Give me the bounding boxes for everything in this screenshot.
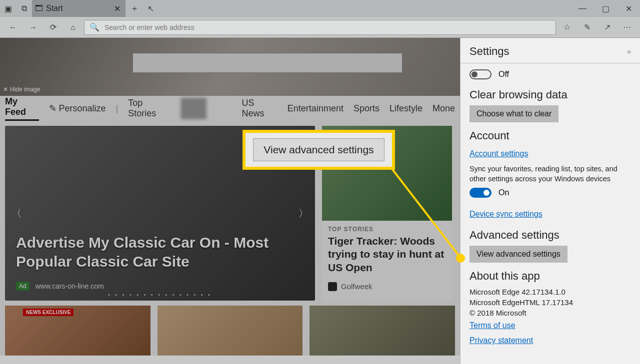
article-title: Tiger Tracker: Woods trying to stay in h… — [322, 235, 452, 274]
tab-personalize[interactable]: ✎ Personalize — [49, 103, 106, 114]
carousel-dots[interactable]: • • • • • • • • • • • • • • • — [108, 292, 212, 298]
device-sync-link[interactable]: Device sync settings — [470, 210, 542, 219]
tab-redacted: ████ ████ — [181, 98, 232, 119]
view-advanced-button[interactable]: View advanced settings — [470, 246, 568, 263]
annotation-label: View advanced settings — [253, 138, 384, 161]
address-bar[interactable]: 🔍 — [84, 20, 556, 35]
browser-tab[interactable]: 🗔 Start ✕ — [32, 0, 126, 17]
sync-description: Sync your favorites, reading list, top s… — [470, 164, 631, 184]
about-version: Microsoft Edge 42.17134.1.0 — [470, 287, 631, 297]
window-maximize-button[interactable]: ▢ — [594, 0, 617, 17]
tab-favicon-icon: 🗔 — [35, 4, 43, 13]
article-thumbnail[interactable]: NEWS EXCLUSIVE — [5, 306, 150, 356]
window-close-button[interactable]: ✕ — [617, 0, 640, 17]
tab-close-icon[interactable]: ✕ — [114, 4, 120, 13]
window-aside-icon[interactable]: ⧉ — [16, 0, 32, 17]
settings-pane: Settings ⟐ Off Clear browsing data Choos… — [460, 38, 640, 364]
carousel-next-icon[interactable]: 〉 — [294, 203, 312, 224]
tab-money[interactable]: Mone — [432, 103, 455, 114]
article-source: www.cars-on-line.com — [36, 282, 104, 290]
hero-banner: ✕ Hide image — [0, 38, 460, 96]
window-minimize-button[interactable]: — — [571, 0, 594, 17]
article-category: TOP STORIES — [322, 221, 452, 235]
choose-clear-button[interactable]: Choose what to clear — [470, 105, 558, 122]
about-engine: Microsoft EdgeHTML 17.17134 — [470, 297, 631, 308]
sync-toggle[interactable] — [470, 188, 492, 198]
hide-image-label: Hide image — [10, 86, 40, 93]
article-source: Golfweek — [341, 282, 372, 291]
clear-data-heading: Clear browsing data — [470, 88, 631, 101]
toggle-label-on: On — [498, 188, 509, 197]
about-heading: About this app — [470, 270, 631, 283]
back-button[interactable]: ← — [4, 19, 22, 35]
forward-button[interactable]: → — [24, 19, 42, 35]
theme-toggle[interactable] — [470, 69, 492, 79]
account-heading: Account — [470, 129, 631, 142]
edit-icon: ✎ — [49, 103, 56, 114]
cursor-icon: ↖ — [148, 4, 154, 13]
tab-lifestyle[interactable]: Lifestyle — [390, 103, 422, 114]
favorites-button[interactable]: ☆ — [558, 19, 576, 35]
more-button[interactable]: ⋯ — [618, 19, 636, 35]
toggle-label-off: Off — [498, 70, 509, 79]
tab-top-stories[interactable]: Top Stories — [128, 98, 171, 119]
separator: | — [116, 103, 118, 114]
ad-badge: Ad — [16, 282, 30, 291]
tab-my-feed[interactable]: My Feed — [5, 96, 39, 121]
about-copyright: © 2018 Microsoft — [470, 308, 631, 318]
tab-sports[interactable]: Sports — [354, 103, 380, 114]
refresh-button[interactable]: ⟳ — [44, 19, 62, 35]
terms-link[interactable]: Terms of use — [470, 321, 516, 330]
annotation-target-dot-icon — [456, 254, 465, 263]
hero-search-box[interactable] — [132, 53, 402, 73]
feed-nav: My Feed ✎ Personalize | Top Stories ████… — [0, 96, 460, 121]
tab-us-news[interactable]: US News — [242, 98, 278, 119]
tab-entertainment[interactable]: Entertainment — [288, 103, 344, 114]
address-input[interactable] — [104, 23, 550, 31]
tab-personalize-label: Personalize — [58, 103, 106, 114]
article-thumbnail[interactable] — [310, 306, 455, 356]
advanced-heading: Advanced settings — [470, 229, 631, 242]
share-button[interactable]: ↗ — [598, 19, 616, 35]
thumbnail-row: NEWS EXCLUSIVE — [0, 306, 460, 356]
new-tab-button[interactable]: ＋ — [126, 0, 144, 17]
source-icon — [328, 282, 337, 291]
privacy-link[interactable]: Privacy statement — [470, 336, 533, 345]
article-headline: Advertise My Classic Car On - Most Popul… — [16, 233, 296, 271]
settings-title: Settings — [470, 45, 510, 58]
pin-icon[interactable]: ⟐ — [627, 47, 631, 55]
article-source-row: Golfweek — [322, 274, 452, 299]
article-thumbnail[interactable] — [158, 306, 303, 356]
annotation-callout: View advanced settings — [242, 130, 395, 170]
tab-title: Start — [46, 4, 63, 13]
hide-image-link[interactable]: ✕ Hide image — [3, 86, 40, 93]
toolbar: ← → ⟳ ⌂ 🔍 ☆ ✎ ↗ ⋯ — [0, 17, 640, 38]
search-icon: 🔍 — [90, 22, 100, 32]
carousel-prev-icon[interactable]: 〈 — [8, 203, 26, 224]
close-icon: ✕ — [3, 86, 8, 93]
window-compact-icon[interactable]: ▣ — [0, 0, 16, 17]
exclusive-badge: NEWS EXCLUSIVE — [23, 309, 74, 316]
page-content: ✕ Hide image My Feed ✎ Personalize | Top… — [0, 38, 460, 364]
home-button[interactable]: ⌂ — [64, 19, 82, 35]
article-source-row: Ad www.cars-on-line.com — [16, 282, 104, 291]
titlebar: ▣ ⧉ 🗔 Start ✕ ＋ ↖ — ▢ ✕ — [0, 0, 640, 17]
reading-list-button[interactable]: ✎ — [578, 19, 596, 35]
account-settings-link[interactable]: Account settings — [470, 149, 528, 158]
